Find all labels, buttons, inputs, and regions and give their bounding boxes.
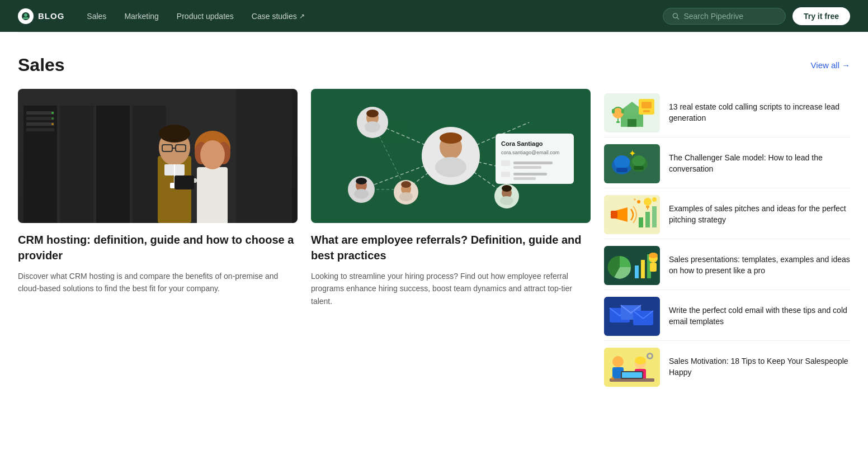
svg-rect-11 bbox=[26, 117, 54, 120]
svg-point-61 bbox=[502, 185, 512, 192]
svg-rect-31 bbox=[180, 178, 197, 183]
thumb-motivation bbox=[604, 348, 660, 387]
svg-text:cora.santiago@email.com: cora.santiago@email.com bbox=[501, 150, 559, 155]
article-desc-crm: Discover what CRM hosting is and compare… bbox=[18, 270, 298, 295]
arrow-right-icon: → bbox=[842, 60, 850, 70]
svg-rect-70 bbox=[513, 173, 547, 175]
svg-point-57 bbox=[401, 181, 411, 188]
thumb-presentations bbox=[604, 246, 660, 285]
nav-right: Try it free bbox=[663, 7, 850, 25]
side-article-cold-email[interactable]: Write the perfect cold email with these … bbox=[604, 292, 850, 341]
svg-rect-7 bbox=[60, 106, 93, 223]
sales-section-header: Sales View all → bbox=[18, 32, 850, 89]
svg-point-62 bbox=[500, 196, 513, 205]
svg-point-53 bbox=[356, 178, 367, 184]
svg-rect-97 bbox=[652, 206, 657, 227]
svg-rect-75 bbox=[628, 119, 636, 127]
svg-point-54 bbox=[354, 189, 369, 199]
nav-case-studies[interactable]: Case studies ↗ bbox=[252, 12, 305, 21]
svg-point-101 bbox=[637, 200, 640, 203]
section-title: Sales bbox=[18, 55, 65, 75]
navbar: BLOG Sales Marketing Product updates Cas… bbox=[0, 0, 868, 32]
external-link-icon: ↗ bbox=[299, 12, 305, 20]
side-article-challenger[interactable]: ✦ The Challenger Sale model: How to lead… bbox=[604, 140, 850, 188]
logo-icon bbox=[18, 8, 34, 24]
thumb-pitches bbox=[604, 195, 660, 234]
svg-rect-66 bbox=[501, 160, 510, 166]
svg-point-49 bbox=[366, 110, 379, 117]
thumb-real-estate bbox=[604, 93, 660, 132]
side-article-presentations[interactable]: Sales presentations: templates, examples… bbox=[604, 241, 850, 290]
svg-point-18 bbox=[159, 130, 190, 165]
svg-rect-6 bbox=[23, 106, 57, 223]
side-article-motivation[interactable]: Sales Motivation: 18 Tips to Keep Your S… bbox=[604, 343, 850, 391]
svg-rect-32 bbox=[174, 175, 194, 189]
svg-rect-95 bbox=[639, 217, 643, 227]
svg-point-30 bbox=[200, 140, 225, 169]
article-title-referral: What are employee referrals? Definition,… bbox=[311, 232, 591, 263]
side-article-pitches[interactable]: Examples of sales pitches and ideas for … bbox=[604, 191, 850, 239]
search-bar[interactable] bbox=[663, 8, 786, 25]
svg-point-102 bbox=[652, 197, 657, 202]
svg-point-27 bbox=[195, 131, 230, 164]
svg-point-29 bbox=[217, 142, 230, 164]
logo[interactable]: BLOG bbox=[18, 8, 64, 24]
svg-rect-9 bbox=[133, 106, 166, 223]
svg-rect-99 bbox=[646, 206, 649, 208]
featured-article-referral[interactable]: Cora Santiago cora.santiago@email.com Wh… bbox=[311, 89, 591, 307]
svg-line-4 bbox=[677, 17, 678, 19]
svg-rect-25 bbox=[170, 183, 179, 188]
logo-label: BLOG bbox=[38, 11, 64, 21]
svg-rect-5 bbox=[23, 89, 292, 223]
try-free-button[interactable]: Try it free bbox=[792, 7, 850, 25]
side-article-pitches-title: Examples of sales pitches and ideas for … bbox=[669, 203, 850, 225]
svg-point-127 bbox=[611, 377, 614, 380]
featured-article-crm[interactable]: CRM hosting: definition, guide and how t… bbox=[18, 89, 298, 295]
view-all-link[interactable]: View all → bbox=[811, 60, 850, 70]
svg-point-103 bbox=[634, 198, 636, 201]
svg-point-58 bbox=[399, 192, 413, 201]
side-article-challenger-title: The Challenger Sale model: How to lead t… bbox=[669, 153, 850, 174]
search-input[interactable] bbox=[683, 12, 776, 21]
svg-point-1 bbox=[24, 13, 27, 17]
svg-rect-124 bbox=[622, 372, 642, 378]
main-content: Sales View all → bbox=[0, 32, 868, 414]
svg-rect-67 bbox=[513, 162, 553, 164]
svg-rect-110 bbox=[650, 263, 657, 272]
nav-product-updates[interactable]: Product updates bbox=[177, 12, 234, 21]
svg-rect-10 bbox=[26, 111, 54, 115]
svg-point-117 bbox=[612, 356, 624, 367]
svg-point-28 bbox=[195, 142, 208, 164]
svg-rect-83 bbox=[643, 110, 650, 112]
svg-rect-78 bbox=[621, 109, 624, 113]
side-article-real-estate-title: 13 real estate cold calling scripts to i… bbox=[669, 102, 850, 124]
svg-point-86 bbox=[614, 155, 630, 169]
nav-marketing[interactable]: Marketing bbox=[124, 12, 158, 21]
article-image-referral: Cora Santiago cora.santiago@email.com bbox=[311, 89, 591, 223]
svg-rect-68 bbox=[513, 166, 541, 169]
svg-rect-82 bbox=[641, 102, 652, 108]
svg-rect-23 bbox=[164, 164, 185, 175]
svg-text:Cora Santiago: Cora Santiago bbox=[501, 140, 543, 147]
svg-rect-77 bbox=[612, 109, 615, 113]
svg-rect-90 bbox=[634, 166, 644, 170]
thumb-challenger: ✦ bbox=[604, 144, 660, 183]
svg-rect-17 bbox=[158, 156, 191, 223]
search-icon bbox=[672, 12, 679, 20]
article-title-crm: CRM hosting: definition, guide and how t… bbox=[18, 232, 298, 263]
svg-rect-2 bbox=[23, 17, 29, 19]
svg-point-50 bbox=[365, 121, 380, 132]
side-article-real-estate[interactable]: 13 real estate cold calling scripts to i… bbox=[604, 89, 850, 137]
nav-links: Sales Marketing Product updates Case stu… bbox=[87, 12, 663, 21]
svg-point-14 bbox=[51, 112, 54, 114]
svg-point-111 bbox=[649, 253, 658, 258]
article-image-crm bbox=[18, 89, 298, 223]
svg-text:✦: ✦ bbox=[629, 149, 636, 158]
nav-sales[interactable]: Sales bbox=[87, 12, 106, 21]
svg-point-46 bbox=[435, 157, 466, 177]
svg-rect-13 bbox=[26, 128, 54, 131]
svg-rect-80 bbox=[616, 121, 620, 123]
side-article-motivation-title: Sales Motivation: 18 Tips to Keep Your S… bbox=[669, 356, 850, 378]
svg-point-120 bbox=[635, 357, 646, 364]
svg-rect-96 bbox=[645, 212, 650, 227]
